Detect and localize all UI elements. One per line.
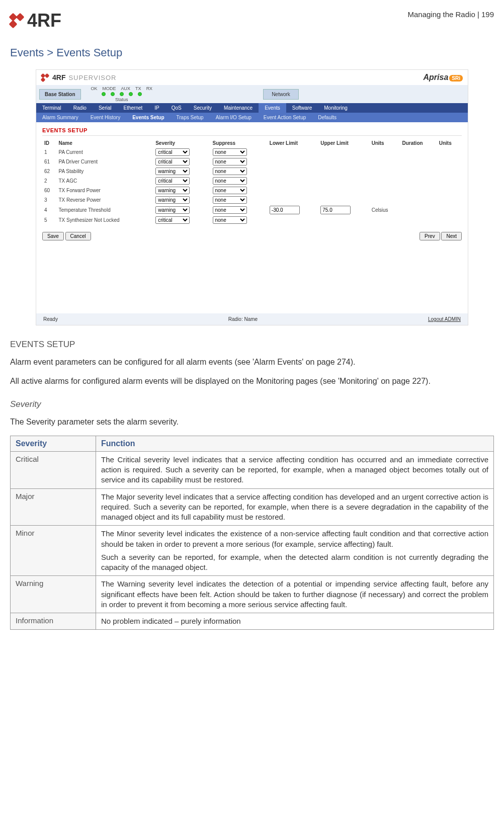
severity-select[interactable]: warning	[155, 206, 190, 214]
suppress-select[interactable]: none	[213, 148, 247, 156]
severity-select[interactable]: warning	[155, 168, 190, 175]
col-function: Function	[96, 436, 494, 451]
table-row: 3TX Reverse Powerwarningnone	[42, 195, 462, 205]
severity-select[interactable]: critical	[155, 216, 190, 224]
status-ready: Ready	[43, 316, 58, 322]
subnav-alarm-summary[interactable]: Alarm Summary	[36, 113, 85, 122]
table-row: 2TX AGCcriticalnone	[42, 176, 462, 186]
severity-table: Severity Function CriticalThe Critical s…	[10, 436, 494, 630]
next-button[interactable]: Next	[441, 232, 462, 240]
suppress-select[interactable]: none	[213, 216, 247, 224]
subnav-event-history[interactable]: Event History	[85, 113, 126, 122]
table-row: CriticalThe Critical severity level indi…	[11, 451, 494, 488]
nav-ethernet[interactable]: Ethernet	[118, 103, 149, 113]
table-row: 5TX Synthesizer Not Lockedcriticalnone	[42, 215, 462, 225]
sub-nav: Alarm SummaryEvent HistoryEvents SetupTr…	[36, 113, 468, 122]
nav-radio[interactable]: Radio	[67, 103, 93, 113]
nav-terminal[interactable]: Terminal	[36, 103, 67, 113]
suppress-select[interactable]: none	[213, 187, 247, 194]
status-leds: OK MODE AUX TX RX Status	[91, 86, 153, 102]
nav-monitoring[interactable]: Monitoring	[318, 103, 354, 113]
table-row: 1PA Currentcriticalnone	[42, 147, 462, 157]
table-row: MinorThe Minor severity level indicates …	[11, 526, 494, 576]
primary-nav: TerminalRadioSerialEthernetIPQoSSecurity…	[36, 103, 468, 113]
severity-select[interactable]: warning	[155, 187, 190, 194]
nav-serial[interactable]: Serial	[93, 103, 118, 113]
suppress-select[interactable]: none	[213, 206, 247, 214]
subnav-events-setup[interactable]: Events Setup	[126, 113, 170, 122]
network-button[interactable]: Network	[263, 89, 299, 100]
supervisor-screenshot: 4RF SUPERVISOR AprisaSRi Base Station OK…	[36, 69, 468, 325]
severity-heading: Severity	[10, 399, 494, 409]
table-row: 62PA Stabilitywarningnone	[42, 166, 462, 176]
logout-link[interactable]: Logout ADMIN	[428, 316, 461, 322]
section-heading: EVENTS SETUP	[10, 340, 494, 350]
subnav-defaults[interactable]: Defaults	[312, 113, 343, 122]
table-row: MajorThe Major severity level indicates …	[11, 488, 494, 526]
subnav-event-action-setup[interactable]: Event Action Setup	[258, 113, 312, 122]
table-row: InformationNo problem indicated – purely…	[11, 613, 494, 630]
table-row: 60TX Forward Powerwarningnone	[42, 186, 462, 195]
paragraph: Alarm event parameters can be configured…	[10, 357, 494, 368]
suppress-select[interactable]: none	[213, 196, 247, 204]
breadcrumb: Events > Events Setup	[10, 46, 494, 59]
paragraph: All active alarms for configured alarm e…	[10, 376, 494, 387]
severity-select[interactable]: critical	[155, 177, 190, 185]
upper-limit-input[interactable]	[320, 206, 351, 214]
status-radio: Radio: Name	[228, 316, 258, 322]
nav-maintenance[interactable]: Maintenance	[218, 103, 259, 113]
subnav-traps-setup[interactable]: Traps Setup	[171, 113, 210, 122]
events-table: IDNameSeveritySuppressLower LimitUpper L…	[42, 139, 462, 225]
subnav-alarm-i/o-setup[interactable]: Alarm I/O Setup	[210, 113, 258, 122]
supervisor-logo: 4RF SUPERVISOR	[41, 73, 116, 81]
table-row: WarningThe Warning severity level indica…	[11, 576, 494, 613]
panel-title: EVENTS SETUP	[42, 127, 462, 136]
nav-security[interactable]: Security	[188, 103, 218, 113]
save-button[interactable]: Save	[42, 232, 64, 240]
base-station-button[interactable]: Base Station	[39, 89, 81, 100]
lower-limit-input[interactable]	[270, 206, 300, 214]
nav-ip[interactable]: IP	[148, 103, 165, 113]
brand-logo: 4RF	[10, 10, 61, 31]
nav-software[interactable]: Software	[286, 103, 318, 113]
aprisa-logo: AprisaSRi	[424, 73, 463, 82]
suppress-select[interactable]: none	[213, 177, 247, 185]
paragraph: The Severity parameter sets the alarm se…	[10, 416, 494, 428]
nav-qos[interactable]: QoS	[165, 103, 188, 113]
prev-button[interactable]: Prev	[419, 232, 440, 240]
severity-select[interactable]: critical	[155, 148, 190, 156]
nav-events[interactable]: Events	[259, 103, 286, 113]
table-row: 4Temperature ThresholdwarningnoneCelsius	[42, 205, 462, 215]
page-header: Managing the Radio | 199	[407, 10, 494, 19]
severity-select[interactable]: warning	[155, 196, 190, 204]
suppress-select[interactable]: none	[213, 168, 247, 175]
table-row: 61PA Driver Currentcriticalnone	[42, 157, 462, 166]
brand-text: 4RF	[27, 10, 61, 31]
col-severity: Severity	[11, 436, 96, 451]
cancel-button[interactable]: Cancel	[65, 232, 91, 240]
severity-select[interactable]: critical	[155, 158, 190, 165]
suppress-select[interactable]: none	[213, 158, 247, 165]
